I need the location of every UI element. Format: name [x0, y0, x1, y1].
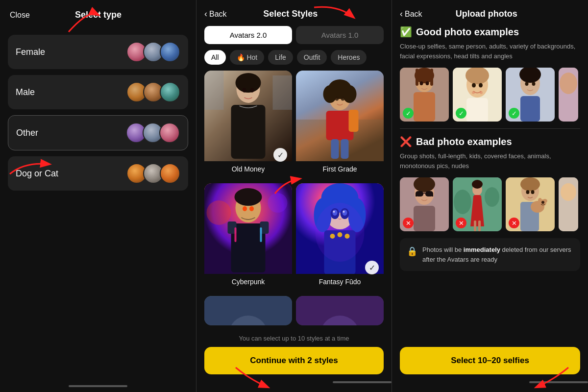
- svg-point-90: [472, 180, 483, 189]
- svg-point-74: [532, 82, 536, 86]
- style-label-old-money: Old Money: [204, 161, 292, 175]
- privacy-note: 🔒 Photos will be immediately deleted fro…: [400, 238, 580, 271]
- filter-hot[interactable]: 🔥 Hot: [230, 50, 265, 65]
- filter-outfit[interactable]: Outfit: [297, 50, 327, 65]
- good-photo-2: ✓: [453, 68, 502, 122]
- good-badge-2: ✓: [456, 108, 466, 119]
- panel3-footer: Select 10–20 selfies: [392, 342, 588, 382]
- type-label-other: Other: [16, 128, 38, 138]
- svg-rect-82: [423, 193, 425, 194]
- type-item-pet[interactable]: Dog or Cat: [8, 156, 188, 191]
- svg-rect-64: [466, 98, 488, 122]
- styles-grid: ✓ Old Money: [196, 71, 392, 330]
- style-img-extra2: [296, 296, 384, 325]
- svg-rect-56: [416, 69, 418, 86]
- svg-rect-83: [416, 194, 417, 196]
- select-type-panel: Close Select type Female Male Other: [0, 0, 196, 392]
- svg-rect-84: [432, 194, 433, 196]
- svg-rect-3: [231, 105, 266, 159]
- back-button-p2[interactable]: ‹ Back: [204, 9, 227, 19]
- back-label-p3: Back: [405, 10, 422, 19]
- type-item-other[interactable]: Other: [8, 115, 188, 150]
- svg-rect-30: [260, 227, 262, 242]
- svg-point-5: [250, 88, 254, 93]
- bad-badge-3: ✕: [509, 218, 519, 228]
- bad-photo-1: ✕: [400, 177, 449, 231]
- svg-rect-93: [478, 220, 481, 231]
- version-tab-1[interactable]: Avatars 1.0: [296, 26, 384, 44]
- female-avatars: [126, 42, 180, 62]
- filter-tabs: All 🔥 Hot Life Outfit Heroes: [196, 50, 392, 71]
- style-card-first-grade[interactable]: First Grade: [296, 71, 384, 179]
- close-button[interactable]: Close: [10, 11, 30, 20]
- style-card-cyberpunk[interactable]: Cyberpunk: [204, 183, 292, 292]
- avatar-male-3: [160, 82, 180, 102]
- good-section-title: ✅ Good photo examples: [400, 26, 580, 38]
- filter-all[interactable]: All: [204, 50, 226, 65]
- svg-point-88: [485, 187, 499, 207]
- svg-point-4: [243, 88, 246, 93]
- svg-point-96: [520, 177, 540, 191]
- bottom-indicator-p2: [333, 381, 392, 383]
- avatar-female-3: [160, 42, 180, 62]
- continue-styles-button[interactable]: Continue with 2 styles: [204, 347, 384, 374]
- good-title-text: Good photo examples: [416, 26, 519, 38]
- panel1-title: Select type: [75, 10, 122, 20]
- svg-rect-29: [235, 227, 237, 242]
- style-img-first-grade: [296, 71, 384, 161]
- bad-title-text: Bad photo examples: [416, 136, 512, 147]
- good-badge-1: ✓: [403, 108, 414, 119]
- avatar-other-3: [159, 122, 180, 143]
- panel1-header: Close Select type: [8, 0, 188, 30]
- style-img-extra1: [204, 296, 292, 325]
- type-item-male[interactable]: Male: [8, 75, 188, 109]
- style-card-old-money[interactable]: ✓ Old Money: [204, 71, 292, 179]
- type-item-female[interactable]: Female: [8, 35, 188, 69]
- good-icon: ✅: [400, 26, 412, 38]
- style-card-fantasy[interactable]: ✓ Fantasy Fūdo: [296, 183, 384, 292]
- version-tabs: Avatars 2.0 Avatars 1.0: [196, 26, 392, 50]
- svg-point-12: [323, 85, 337, 103]
- good-photo-3: ✓: [506, 68, 555, 122]
- style-card-extra2[interactable]: [296, 296, 384, 325]
- version-tab-2[interactable]: Avatars 2.0: [204, 26, 292, 44]
- svg-point-101: [538, 198, 542, 203]
- svg-rect-57: [430, 69, 433, 86]
- filter-heroes[interactable]: Heroes: [331, 50, 367, 65]
- style-label-fantasy: Fantasy Fūdo: [296, 274, 384, 288]
- check-badge-fantasy: ✓: [365, 261, 379, 274]
- panel2-header: ‹ Back Select Styles: [196, 0, 392, 26]
- svg-point-103: [526, 190, 530, 194]
- panel2-title: Select Styles: [263, 9, 318, 19]
- avatar-pet-3: [160, 163, 180, 184]
- upload-photos-panel: ‹ Back Upload photos ✅ Good photo exampl…: [392, 0, 588, 392]
- back-label-p2: Back: [209, 10, 227, 19]
- bottom-indicator: [69, 385, 127, 387]
- svg-rect-85: [414, 206, 435, 231]
- svg-point-25: [235, 188, 262, 206]
- divider-good-bad: [400, 128, 580, 129]
- filter-life[interactable]: Life: [268, 50, 293, 65]
- svg-point-21: [207, 200, 231, 225]
- bad-photo-2: ✕: [453, 177, 502, 231]
- svg-rect-16: [331, 139, 339, 159]
- style-card-extra1[interactable]: [204, 296, 292, 325]
- other-avatars: [126, 122, 180, 143]
- select-selfies-button[interactable]: Select 10–20 selfies: [400, 347, 580, 374]
- svg-rect-72: [520, 96, 540, 122]
- type-label-pet: Dog or Cat: [16, 169, 58, 179]
- svg-point-65: [472, 83, 476, 88]
- svg-point-19: [341, 97, 345, 101]
- panel3-title: Upload photos: [456, 9, 517, 19]
- bad-badge-1: ✕: [403, 218, 414, 228]
- back-button-p3[interactable]: ‹ Back: [400, 9, 422, 19]
- good-section-desc: Close-up selfies, same person, adults, v…: [400, 42, 580, 61]
- bad-photos-row: ✕ ✕: [400, 177, 580, 231]
- pet-avatars: [126, 163, 180, 184]
- panel2-footer: You can select up to 10 styles at a time…: [196, 330, 392, 382]
- style-label-cyberpunk: Cyberpunk: [204, 274, 292, 288]
- privacy-text: Photos will be immediately deleted from …: [422, 245, 573, 264]
- check-badge-old-money: ✓: [273, 148, 287, 162]
- style-label-first-grade: First Grade: [296, 161, 384, 175]
- svg-point-60: [426, 81, 429, 85]
